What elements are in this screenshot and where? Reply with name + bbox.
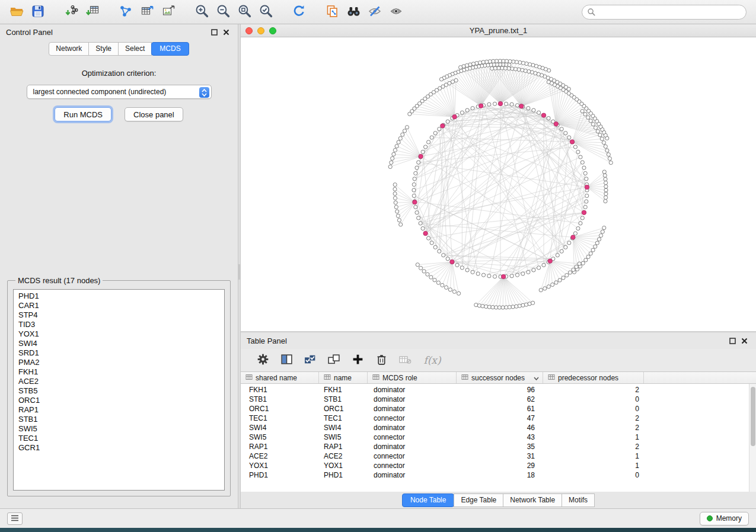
table-panel: Table Panel — [241, 333, 756, 508]
search-network-button[interactable] — [343, 2, 364, 21]
tab-edge-table[interactable]: Edge Table — [454, 493, 503, 507]
table-header-row: shared name name MCDS role successo — [241, 372, 756, 384]
table-row[interactable]: YOX1YOX1connector291 — [241, 461, 756, 470]
zoom-in-button[interactable] — [191, 2, 212, 21]
import-table-icon — [85, 4, 100, 20]
new-network-button[interactable] — [115, 2, 136, 21]
mcds-result-item[interactable]: GCR1 — [18, 443, 224, 453]
mcds-result-item[interactable]: SWI5 — [18, 424, 224, 434]
table-cell: 61 — [457, 405, 543, 413]
tab-motifs[interactable]: Motifs — [562, 493, 595, 507]
tab-network-table[interactable]: Network Table — [503, 493, 562, 507]
select-all-rows-button[interactable] — [301, 351, 319, 369]
zoom-fit-button[interactable] — [234, 2, 255, 21]
column-header-predecessor-nodes[interactable]: predecessor nodes — [543, 372, 644, 383]
mcds-result-item[interactable]: CAR1 — [18, 301, 224, 310]
control-panel: Control Panel Network Style Select MCDS … — [0, 24, 238, 508]
table-row[interactable]: PHD1PHD1dominator180 — [241, 470, 756, 480]
table-body: FKH1FKH1dominator962STB1STB1dominator620… — [241, 384, 756, 492]
table-cell: 18 — [457, 471, 543, 479]
mcds-result-item[interactable]: TID3 — [18, 320, 224, 329]
float-table-panel-button[interactable] — [726, 336, 738, 347]
table-row[interactable]: STB1STB1dominator620 — [241, 395, 756, 404]
table-cell: dominator — [368, 386, 457, 394]
mcds-result-item[interactable]: TEC1 — [18, 434, 224, 443]
criterion-select[interactable]: largest connected component (undirected) — [27, 85, 212, 99]
close-window-icon[interactable] — [245, 27, 253, 34]
copy-network-button[interactable] — [321, 2, 343, 21]
network-view-titlebar[interactable]: YPA_prune.txt_1 — [241, 24, 756, 37]
table-row[interactable]: FKH1FKH1dominator962 — [241, 385, 756, 395]
close-panel-action-button[interactable]: Close panel — [125, 107, 183, 121]
table-row[interactable]: SWI4SWI4dominator462 — [241, 423, 756, 432]
table-scrollbar[interactable] — [749, 384, 756, 492]
save-floppy-icon — [31, 4, 45, 20]
delete-column-button[interactable] — [372, 351, 390, 369]
tab-mcds[interactable]: MCDS — [151, 42, 189, 56]
mcds-result-list[interactable]: PHD1CAR1STP4TID3YOX1SWI4SRD1PMA2FKH1ACE2… — [13, 289, 225, 491]
mcds-result-item[interactable]: STB5 — [18, 386, 224, 396]
deselect-all-rows-button[interactable] — [325, 351, 343, 369]
tab-network[interactable]: Network — [49, 42, 89, 56]
zoom-out-button[interactable] — [212, 2, 234, 21]
close-panel-button[interactable] — [220, 27, 232, 38]
column-header-shared-name[interactable]: shared name — [241, 372, 319, 383]
fx-icon: f(x) — [423, 354, 441, 366]
tab-select[interactable]: Select — [118, 42, 152, 56]
zoom-selected-button[interactable] — [255, 2, 276, 21]
tab-style[interactable]: Style — [88, 42, 119, 56]
mcds-result-item[interactable]: STB1 — [18, 415, 224, 424]
table-row[interactable]: SWI5SWI5connector431 — [241, 432, 756, 442]
open-file-button[interactable] — [6, 2, 27, 21]
column-header-name[interactable]: name — [319, 372, 368, 383]
table-cell: connector — [368, 433, 457, 441]
mcds-result-item[interactable]: PMA2 — [18, 358, 224, 367]
table-row[interactable]: RAP1RAP1dominator352 — [241, 442, 756, 451]
mcds-result-item[interactable]: PHD1 — [18, 291, 224, 301]
mcds-result-item[interactable]: SWI4 — [18, 339, 224, 348]
mcds-result-item[interactable]: ORC1 — [18, 396, 224, 405]
column-header-mcds-role[interactable]: MCDS role — [368, 372, 457, 383]
network-canvas[interactable] — [241, 37, 756, 331]
mcds-result-item[interactable]: YOX1 — [18, 329, 224, 339]
mcds-result-item[interactable]: SRD1 — [18, 348, 224, 358]
status-menu-button[interactable] — [7, 512, 23, 525]
column-header-successor-nodes[interactable]: successor nodes — [457, 372, 543, 383]
memory-button[interactable]: Memory — [700, 512, 749, 525]
plus-icon — [352, 353, 364, 367]
mcds-buttons-row: Run MCDS Close panel — [55, 107, 183, 121]
search-input[interactable] — [582, 5, 747, 20]
table-settings-button[interactable] — [254, 351, 272, 369]
export-image-button[interactable] — [158, 2, 179, 21]
table-row[interactable]: TEC1TEC1connector472 — [241, 414, 756, 423]
import-network-button[interactable] — [60, 2, 82, 21]
tab-node-table[interactable]: Node Table — [402, 493, 455, 507]
float-panel-button[interactable] — [208, 27, 220, 38]
run-mcds-button[interactable]: Run MCDS — [55, 107, 111, 121]
save-session-button[interactable] — [27, 2, 49, 21]
table-row[interactable]: ORC1ORC1dominator610 — [241, 404, 756, 414]
table-cell: 2 — [543, 424, 644, 432]
mcds-result-item[interactable]: FKH1 — [18, 367, 224, 377]
show-columns-button[interactable] — [277, 351, 295, 369]
mcds-result-item[interactable]: STP4 — [18, 310, 224, 320]
maximize-window-icon[interactable] — [269, 27, 276, 34]
table-cell: 1 — [543, 433, 644, 441]
hide-graphics-details-button[interactable] — [364, 2, 385, 21]
table-cell: FKH1 — [241, 386, 319, 394]
scrollbar-thumb[interactable] — [751, 387, 755, 446]
table-cell: 35 — [457, 443, 543, 451]
add-column-button[interactable] — [349, 351, 366, 369]
minimize-window-icon[interactable] — [257, 27, 264, 34]
table-row[interactable]: ACE2ACE2connector311 — [241, 451, 756, 461]
table-cell: 1 — [543, 462, 644, 470]
close-table-panel-button[interactable] — [738, 336, 750, 347]
export-table-button[interactable] — [136, 2, 158, 21]
show-graphics-details-button[interactable] — [385, 2, 407, 21]
table-cell: dominator — [368, 405, 457, 413]
refresh-view-button[interactable] — [288, 2, 310, 21]
right-pane: YPA_prune.txt_1 Table Panel — [241, 24, 756, 508]
mcds-result-item[interactable]: ACE2 — [18, 377, 224, 386]
import-table-button[interactable] — [82, 2, 103, 21]
mcds-result-item[interactable]: RAP1 — [18, 405, 224, 415]
